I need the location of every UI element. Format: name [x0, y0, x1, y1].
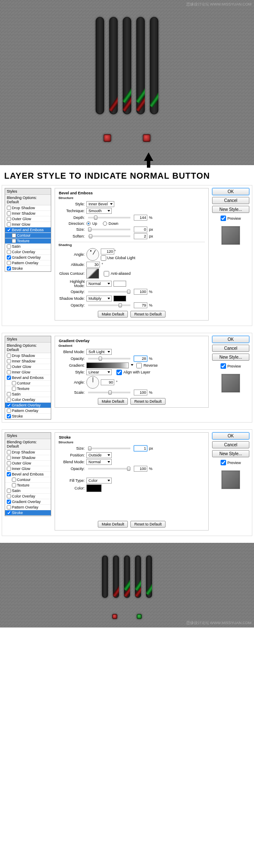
ok-button[interactable]: OK [212, 432, 249, 440]
style-item-color-overlay[interactable]: Color Overlay [5, 249, 51, 255]
style-checkbox[interactable] [7, 261, 11, 265]
style-item-gradient-overlay[interactable]: Gradient Overlay [5, 255, 51, 260]
gloss-contour[interactable] [86, 268, 99, 279]
ok-button[interactable]: OK [212, 188, 249, 195]
gradient-blend-dropdown[interactable]: Soft Light [86, 349, 112, 355]
style-item-inner-glow[interactable]: Inner Glow [5, 466, 51, 472]
red-button-small[interactable] [112, 614, 117, 619]
style-checkbox[interactable] [7, 255, 11, 260]
style-checkbox[interactable] [7, 206, 11, 210]
fill-type-dropdown[interactable]: Color [86, 478, 112, 484]
reverse-checkbox[interactable] [136, 363, 142, 368]
style-item-outer-glow[interactable]: Outer Glow [5, 461, 51, 466]
style-item-texture[interactable]: Texture [5, 238, 51, 244]
anti-aliased-checkbox[interactable] [104, 271, 109, 276]
sh-opacity-input[interactable] [134, 302, 147, 308]
stroke-position-dropdown[interactable]: Outside [86, 452, 112, 458]
stroke-opacity-input[interactable] [134, 466, 147, 472]
style-item-inner-glow[interactable]: Inner Glow [5, 370, 51, 375]
angle-input[interactable] [101, 249, 114, 254]
make-default-button[interactable]: Make Default [98, 398, 128, 405]
preview-checkbox[interactable] [221, 460, 226, 465]
style-checkbox[interactable] [7, 266, 11, 271]
cancel-button[interactable]: Cancel [212, 345, 249, 352]
sh-opacity-slider[interactable] [88, 304, 130, 306]
altitude-input[interactable] [86, 262, 100, 268]
style-item-drop-shadow[interactable]: Drop Shadow [5, 450, 51, 455]
style-item-inner-shadow[interactable]: Inner Shadow [5, 211, 51, 216]
style-checkbox[interactable] [7, 398, 11, 402]
style-checkbox[interactable] [7, 359, 11, 363]
style-checkbox[interactable] [7, 376, 11, 380]
green-button-small[interactable] [137, 614, 142, 619]
style-item-pattern-overlay[interactable]: Pattern Overlay [5, 408, 51, 414]
style-checkbox[interactable] [7, 403, 11, 407]
bevel-technique-dropdown[interactable]: Smooth [86, 208, 112, 214]
style-item-stroke[interactable]: Stroke [5, 266, 51, 271]
red-button-left[interactable] [104, 134, 111, 142]
style-checkbox[interactable] [7, 370, 11, 374]
style-checkbox[interactable] [7, 217, 11, 221]
style-checkbox[interactable] [7, 228, 11, 232]
red-button-right[interactable] [143, 134, 151, 142]
style-checkbox[interactable] [7, 461, 11, 465]
reset-default-button[interactable]: Reset to Default [130, 398, 166, 405]
make-default-button[interactable]: Make Default [98, 521, 128, 528]
new-style-button[interactable]: New Style... [212, 450, 249, 457]
style-item-inner-shadow[interactable]: Inner Shadow [5, 455, 51, 461]
shadow-color[interactable] [113, 296, 126, 301]
style-item-pattern-overlay[interactable]: Pattern Overlay [5, 260, 51, 266]
shadow-mode-dropdown[interactable]: Multiply [86, 296, 112, 301]
preview-checkbox[interactable] [221, 363, 226, 369]
size-slider[interactable] [88, 229, 130, 230]
direction-up-radio[interactable] [86, 221, 91, 226]
style-item-drop-shadow[interactable]: Drop Shadow [5, 353, 51, 359]
angle-control[interactable] [86, 248, 99, 261]
style-checkbox[interactable] [7, 365, 11, 369]
style-item-color-overlay[interactable]: Color Overlay [5, 494, 51, 499]
highlight-mode-dropdown[interactable]: Normal [86, 281, 112, 287]
style-item-satin[interactable]: Satin [5, 392, 51, 397]
style-checkbox[interactable] [7, 244, 11, 249]
style-checkbox[interactable] [12, 381, 16, 385]
style-item-texture[interactable]: Texture [5, 483, 51, 488]
preview-checkbox[interactable] [221, 216, 226, 221]
style-item-gradient-overlay[interactable]: Gradient Overlay [5, 499, 51, 505]
bevel-style-dropdown[interactable]: Inner Bevel [86, 201, 114, 207]
style-item-drop-shadow[interactable]: Drop Shadow [5, 205, 51, 211]
style-checkbox[interactable] [7, 222, 11, 227]
style-item-contour[interactable]: Contour [5, 233, 51, 238]
new-style-button[interactable]: New Style... [212, 354, 249, 361]
style-checkbox[interactable] [12, 387, 16, 391]
style-checkbox[interactable] [7, 211, 11, 216]
align-checkbox[interactable] [116, 370, 122, 375]
hl-opacity-input[interactable] [134, 289, 147, 295]
style-checkbox[interactable] [7, 456, 11, 460]
style-item-bevel-and-emboss[interactable]: Bevel and Emboss [5, 472, 51, 477]
style-checkbox[interactable] [7, 250, 11, 254]
style-item-satin[interactable]: Satin [5, 488, 51, 494]
gradient-angle-input[interactable] [101, 379, 114, 385]
style-checkbox[interactable] [12, 233, 16, 238]
style-checkbox[interactable] [7, 494, 11, 498]
soften-slider[interactable] [88, 235, 130, 237]
reset-default-button[interactable]: Reset to Default [130, 521, 166, 528]
stroke-size-input[interactable] [134, 445, 147, 451]
ok-button[interactable]: OK [212, 336, 249, 343]
stroke-blend-dropdown[interactable]: Normal [86, 459, 112, 465]
style-checkbox[interactable] [12, 239, 16, 243]
reset-default-button[interactable]: Reset to Default [130, 311, 166, 318]
style-item-contour[interactable]: Contour [5, 477, 51, 483]
scale-slider[interactable] [88, 392, 130, 393]
soften-input[interactable] [134, 233, 147, 239]
new-style-button[interactable]: New Style... [212, 206, 249, 213]
style-item-outer-glow[interactable]: Outer Glow [5, 364, 51, 370]
style-item-contour[interactable]: Contour [5, 381, 51, 386]
depth-input[interactable] [134, 215, 147, 221]
highlight-color[interactable] [113, 281, 126, 287]
style-item-pattern-overlay[interactable]: Pattern Overlay [5, 505, 51, 510]
style-item-inner-shadow[interactable]: Inner Shadow [5, 359, 51, 364]
style-checkbox[interactable] [7, 472, 11, 476]
style-item-gradient-overlay[interactable]: Gradient Overlay [5, 403, 51, 408]
direction-down-radio[interactable] [103, 221, 107, 226]
